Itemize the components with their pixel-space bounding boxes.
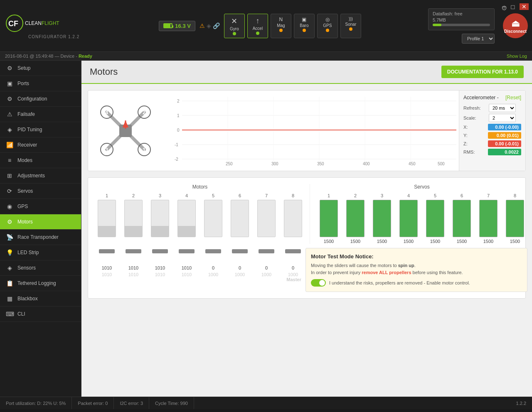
y-value: 0.00 (0.01)	[488, 132, 521, 139]
show-log-button[interactable]: Show Log	[507, 54, 527, 59]
sidebar-item-ports[interactable]: ▣ Ports	[0, 76, 81, 91]
motor-bottom-2: 1010	[121, 272, 146, 282]
toggle-label: I understand the risks, propellers are r…	[329, 280, 470, 285]
sidebar-item-motors[interactable]: ⚙ Motors	[0, 214, 81, 230]
settings-icon[interactable]: ⚙	[501, 5, 507, 12]
sidebar-item-led-strip[interactable]: 💡 LED Strip	[0, 245, 81, 260]
accel-icon: ↑	[256, 17, 259, 25]
sidebar-label-cli: CLI	[17, 311, 25, 317]
motor-slider-5: 5 0	[201, 193, 226, 270]
sidebar-label-modes: Modes	[17, 157, 32, 163]
notice-line2-end: before using this feature.	[411, 270, 463, 275]
sonar-label: Sonar	[345, 22, 357, 27]
servo-col-num-6: 6	[461, 193, 463, 198]
sidebar-item-receiver[interactable]: 📶 Receiver	[0, 137, 81, 153]
motor-bottom-4: 1010	[174, 272, 199, 282]
sidebar-item-servos[interactable]: ⟳ Servos	[0, 184, 81, 199]
motors-sliders-section: Motors 1	[88, 177, 526, 299]
notice-line2: In order to prevent injury	[311, 270, 362, 275]
motor-fill-2	[125, 226, 142, 237]
svg-text:350: 350	[317, 162, 324, 166]
servo-col-num-4: 4	[407, 193, 410, 198]
sidebar-label-setup: Setup	[17, 65, 30, 71]
accel-label: Accel	[253, 26, 263, 31]
sidebar-item-blackbox[interactable]: ▦ Blackbox	[0, 291, 81, 307]
sidebar-item-configuration[interactable]: ⚙ Configuration	[0, 91, 81, 107]
sidebar-item-pid-tuning[interactable]: ◈ PID Tuning	[0, 122, 81, 137]
refresh-select[interactable]: 20 ms 50 ms 100 ms	[489, 104, 516, 112]
servo-bar-1	[320, 200, 338, 237]
sidebar-item-failsafe[interactable]: ⚠ Failsafe	[0, 107, 81, 122]
x-value: 0.00 (-0.00)	[488, 124, 521, 130]
servo-slider-4: 4 1500	[396, 193, 421, 244]
motor-thumb-5[interactable]	[205, 249, 221, 253]
motor-col-num-2: 2	[132, 193, 135, 198]
svg-text:2: 2	[143, 109, 145, 115]
receiver-icon: 📶	[6, 142, 13, 148]
master-label: Master	[286, 277, 301, 282]
svg-text:500: 500	[438, 162, 445, 166]
servo-col-num-7: 7	[487, 193, 490, 198]
cli-icon: ⌨	[6, 311, 13, 317]
profile-dropdown[interactable]: Profile 1 Profile 2 Profile 3	[462, 34, 495, 44]
accel-refresh-row: Refresh: 20 ms 50 ms 100 ms	[463, 104, 521, 112]
motor-value-3: 1010	[155, 265, 165, 270]
sensor-sonar[interactable]: ))) Sonar	[340, 14, 361, 38]
x-label: X:	[463, 125, 485, 130]
servo-col-num-2: 2	[354, 193, 357, 198]
motor-value-5: 0	[212, 265, 214, 270]
sidebar-item-modes[interactable]: ≡ Modes	[0, 153, 81, 168]
motor-thumb-2[interactable]	[126, 249, 141, 253]
servo-slider-2: 2 1500	[343, 193, 368, 244]
dataflash-label: Dataflash: free	[433, 11, 490, 16]
motor-thumb-container-1	[98, 239, 116, 264]
notice-title: Motor Test Mode Notice:	[311, 253, 522, 260]
logo-clean-text: CLEAN	[25, 20, 42, 26]
motor-thumb-6[interactable]	[232, 249, 248, 253]
warning-icon: ⚠	[200, 22, 205, 29]
motor-slider-8: 8 0	[281, 193, 305, 270]
motor-thumb-container-3	[151, 239, 169, 264]
motor-bar-3	[151, 200, 169, 237]
doc-button[interactable]: DOCUMENTATION FOR 1.13.0	[441, 66, 524, 78]
sidebar-label-failsafe: Failsafe	[17, 111, 35, 117]
sidebar-item-cli[interactable]: ⌨ CLI	[0, 307, 81, 322]
motor-thumb-3[interactable]	[152, 249, 168, 253]
sidebar-item-gps[interactable]: ◉ GPS	[0, 199, 81, 214]
scale-select[interactable]: 2 4 8	[489, 114, 516, 122]
sidebar-item-tethered-logging[interactable]: 📋 Tethered Logging	[0, 276, 81, 291]
notice-box: Motor Test Mode Notice: Moving the slide…	[305, 248, 527, 292]
motors-col: Motors 1	[94, 184, 305, 292]
enable-motor-toggle[interactable]	[311, 279, 326, 287]
sidebar-label-race-transponder: Race Transponder	[17, 234, 59, 240]
sensor-baro[interactable]: ▣ Baro	[294, 14, 315, 38]
motor-slider-1: 1 1010	[94, 193, 119, 270]
motor-thumb-8[interactable]	[285, 249, 301, 253]
i2c-error: I2C error: 3	[114, 397, 149, 409]
gps-label: GPS	[323, 23, 332, 28]
accel-reset-button[interactable]: [Reset]	[505, 95, 521, 101]
sidebar-item-adjustments[interactable]: ⊞ Adjustments	[0, 168, 81, 184]
accel-title: Accelerometer - [Reset]	[463, 95, 521, 101]
restore-icon[interactable]: ◻	[510, 3, 515, 10]
statusbar: 2016-08-01 @ 15:49:48 — Device - Ready S…	[0, 52, 532, 61]
close-icon[interactable]: ✕	[520, 3, 529, 10]
sensor-gps[interactable]: ◎ GPS	[317, 14, 338, 38]
motor-thumb-4[interactable]	[179, 249, 195, 253]
sidebar-item-setup[interactable]: ⚙ Setup	[0, 61, 81, 76]
svg-text:CF: CF	[8, 20, 18, 28]
servo-bar-4	[399, 200, 418, 237]
motor-thumb-1[interactable]	[99, 249, 115, 253]
motor-slider-4: 4 1010	[174, 193, 199, 270]
motor-bar-2	[124, 200, 143, 237]
sensor-mag[interactable]: N Mag	[271, 14, 291, 38]
disconnect-button[interactable]: ⏏ Disconnect	[503, 13, 528, 38]
sensor-gyro[interactable]: ✕ Gyro	[224, 14, 245, 38]
sensor-accel[interactable]: ↑ Accel	[247, 14, 268, 38]
sidebar-label-sensors: Sensors	[17, 265, 36, 271]
sidebar-item-race-transponder[interactable]: 📡 Race Transponder	[0, 230, 81, 245]
motor-bottom-1: 1010	[94, 272, 119, 282]
sidebar-item-sensors[interactable]: ◈ Sensors	[0, 260, 81, 276]
accel-title-text: Accelerometer -	[463, 95, 499, 101]
motor-thumb-7[interactable]	[259, 249, 274, 253]
